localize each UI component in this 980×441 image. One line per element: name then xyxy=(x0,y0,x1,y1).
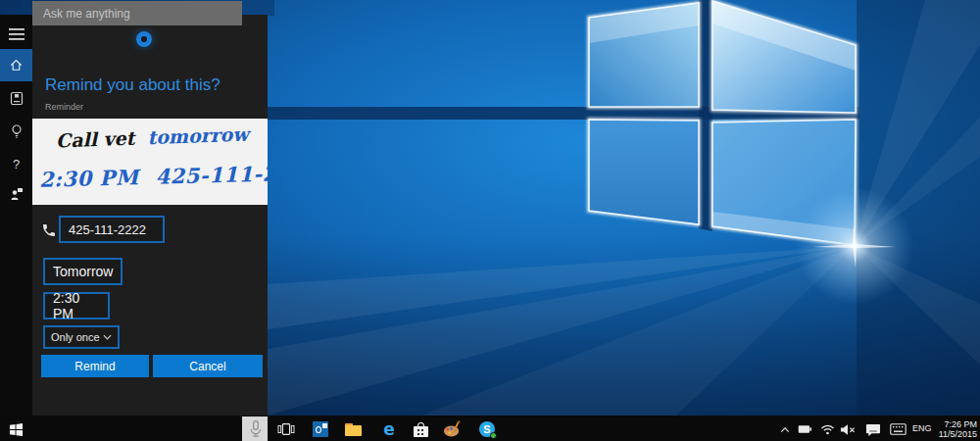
tray-volume-muted[interactable] xyxy=(838,419,858,439)
ink-phone: 425-111-2222 xyxy=(155,160,268,188)
mic-button[interactable] xyxy=(242,416,268,441)
sidebar-item-ideas[interactable] xyxy=(0,117,32,146)
chevron-down-icon xyxy=(103,334,112,340)
tray-wifi[interactable] xyxy=(817,419,837,439)
ink-text-highlighted: tomorrow xyxy=(147,123,249,149)
edge-icon: e xyxy=(383,421,395,438)
search-input[interactable] xyxy=(32,1,242,25)
taskbar-app-paint[interactable] xyxy=(442,419,462,439)
sidebar-item-notebook[interactable] xyxy=(0,83,32,113)
taskbar-app-edge[interactable]: e xyxy=(379,419,399,439)
cortana-sidebar: ? xyxy=(0,15,32,416)
paint-palette-icon xyxy=(443,420,462,438)
chevron-up-icon xyxy=(780,426,790,433)
handwritten-note-card: Call vettomorrow 2:30 PM425-111-2222 xyxy=(32,119,268,205)
panel-title: Remind you about this? xyxy=(45,75,220,95)
skype-icon: S xyxy=(479,421,495,437)
cortana-icon[interactable] xyxy=(136,31,152,47)
task-view-button[interactable] xyxy=(276,419,296,439)
microphone-icon xyxy=(249,419,262,438)
taskbar-app-store[interactable] xyxy=(411,419,430,439)
reminder-category-label: Reminder xyxy=(45,102,83,112)
volume-muted-icon xyxy=(840,423,856,436)
tray-time: 7:26 PM xyxy=(928,419,977,429)
tray-date: 11/5/2015 xyxy=(928,429,977,439)
task-view-icon xyxy=(277,421,295,437)
recurrence-value: Only once xyxy=(51,331,100,343)
feedback-icon xyxy=(10,187,24,201)
action-center-icon xyxy=(865,422,881,437)
sidebar-item-home[interactable] xyxy=(0,49,32,81)
tray-clock[interactable]: 7:26 PM 11/5/2015 xyxy=(928,419,977,439)
cortana-panel: ? Remind you about this? Reminder Call v… xyxy=(0,15,268,416)
help-icon: ? xyxy=(13,157,20,172)
hamburger-icon xyxy=(9,28,24,40)
taskbar-app-outlook[interactable] xyxy=(311,419,330,439)
sidebar-item-feedback[interactable] xyxy=(0,179,32,209)
taskbar-app-skype[interactable]: S xyxy=(477,419,497,439)
ink-time: 2:30 PM xyxy=(39,165,139,192)
remind-button[interactable]: Remind xyxy=(41,355,149,377)
tray-action-center[interactable] xyxy=(863,419,883,439)
ink-text-black: Call vet xyxy=(56,127,135,152)
taskbar-app-file-explorer[interactable] xyxy=(343,419,363,439)
windows-desktop: ? Remind you about this? Reminder Call v… xyxy=(0,0,980,441)
reminder-date-field[interactable]: Tomorrow xyxy=(43,258,122,285)
keyboard-icon xyxy=(890,423,906,435)
cancel-button[interactable]: Cancel xyxy=(153,355,263,377)
ink-line-1: Call vettomorrow xyxy=(56,123,249,152)
tray-touch-keyboard[interactable] xyxy=(888,419,907,439)
outlook-icon xyxy=(313,421,328,437)
battery-icon xyxy=(798,424,812,434)
store-icon xyxy=(414,422,428,437)
tray-show-hidden-icons[interactable] xyxy=(775,419,795,439)
skype-status-badge xyxy=(490,432,497,439)
folder-icon xyxy=(345,423,362,436)
start-button[interactable] xyxy=(6,419,25,439)
wifi-icon xyxy=(820,423,835,435)
windows-logo-icon xyxy=(9,422,24,437)
phone-number-field[interactable]: 425-111-2222 xyxy=(59,216,165,243)
sidebar-item-help[interactable]: ? xyxy=(0,149,32,178)
recurrence-dropdown[interactable]: Only once xyxy=(43,325,120,349)
home-icon xyxy=(9,58,24,73)
notebook-icon xyxy=(10,91,24,106)
menu-button[interactable] xyxy=(0,20,32,49)
ink-line-2: 2:30 PM425-111-2222 xyxy=(39,160,268,192)
phone-icon xyxy=(41,222,57,238)
lightbulb-icon xyxy=(11,124,23,139)
tray-battery[interactable] xyxy=(795,419,814,439)
reminder-time-field[interactable]: 2:30 PM xyxy=(43,292,110,319)
